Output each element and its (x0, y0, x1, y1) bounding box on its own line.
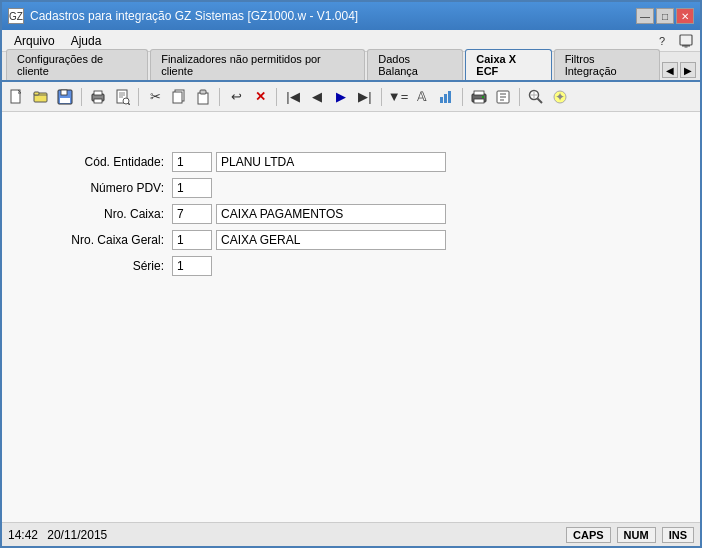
preview-button[interactable] (111, 86, 133, 108)
save-button[interactable] (54, 86, 76, 108)
prev-button[interactable]: ◀ (306, 86, 328, 108)
input-nro-caixa-text[interactable] (216, 204, 446, 224)
caps-badge: CAPS (566, 527, 611, 543)
ins-badge: INS (662, 527, 694, 543)
first-button[interactable]: |◀ (282, 86, 304, 108)
input-numero-pdv[interactable] (172, 178, 212, 198)
status-badges: CAPS NUM INS (566, 527, 694, 543)
tab-finalizadores[interactable]: Finalizadores não permitidos por cliente (150, 49, 365, 80)
num-badge: NUM (617, 527, 656, 543)
label-serie: Série: (42, 259, 172, 273)
svg-rect-22 (440, 97, 443, 103)
close-button[interactable]: ✕ (676, 8, 694, 24)
label-numero-pdv: Número PDV: (42, 181, 172, 195)
filter3-button[interactable] (435, 86, 457, 108)
help3-button[interactable]: ✦ (549, 86, 571, 108)
form-row-numero-pdv: Número PDV: (42, 178, 660, 198)
filter1-button[interactable]: ▼= (387, 86, 409, 108)
sep3 (219, 88, 220, 106)
svg-rect-24 (448, 91, 451, 103)
tab-dados-balanca[interactable]: Dados Balança (367, 49, 463, 80)
form-section: Cód. Entidade: Número PDV: Nro. Caixa: N… (42, 152, 660, 276)
maximize-button[interactable]: □ (656, 8, 674, 24)
svg-rect-26 (474, 91, 484, 95)
main-window: GZ Cadastros para integração GZ Sistemas… (0, 0, 702, 548)
next-button[interactable]: ▶ (330, 86, 352, 108)
input-nro-caixa-geral-num[interactable] (172, 230, 212, 250)
help-info-icon[interactable] (676, 32, 696, 50)
title-bar: GZ Cadastros para integração GZ Sistemas… (2, 2, 700, 30)
svg-line-31 (538, 98, 543, 103)
tab-scroll-left[interactable]: ◀ (662, 62, 678, 78)
open-button[interactable] (30, 86, 52, 108)
svg-rect-19 (173, 92, 182, 103)
title-controls: — □ ✕ (636, 8, 694, 24)
tab-caixa-ecf[interactable]: Caixa X ECF (465, 49, 551, 80)
sep1 (81, 88, 82, 106)
svg-point-28 (482, 96, 484, 98)
label-cod-entidade: Cód. Entidade: (42, 155, 172, 169)
svg-rect-27 (474, 99, 484, 103)
status-time: 14:42 20/11/2015 (8, 528, 107, 542)
window-title: Cadastros para integração GZ Sistemas [G… (30, 9, 358, 23)
help-question-icon[interactable]: ? (652, 32, 672, 50)
print2-button[interactable] (468, 86, 490, 108)
tab-scroll-right[interactable]: ▶ (680, 62, 696, 78)
last-button[interactable]: ▶| (354, 86, 376, 108)
svg-rect-8 (60, 98, 70, 103)
status-bar: 14:42 20/11/2015 CAPS NUM INS (2, 522, 700, 546)
tab-scroll: ◀ ▶ (662, 62, 696, 80)
svg-rect-23 (444, 94, 447, 103)
minimize-button[interactable]: — (636, 8, 654, 24)
svg-rect-1 (682, 45, 690, 47)
menu-ajuda[interactable]: Ajuda (63, 32, 110, 50)
new-button[interactable] (6, 86, 28, 108)
input-nro-caixa-geral-text[interactable] (216, 230, 446, 250)
help-icons: ? (652, 32, 696, 50)
title-bar-left: GZ Cadastros para integração GZ Sistemas… (8, 8, 358, 24)
input-cod-entidade-text[interactable] (216, 152, 446, 172)
paste-button[interactable] (192, 86, 214, 108)
sep6 (462, 88, 463, 106)
form-row-nro-caixa-geral: Nro. Caixa Geral: (42, 230, 660, 250)
svg-rect-7 (61, 90, 67, 95)
export-button[interactable] (492, 86, 514, 108)
undo-button[interactable]: ↩ (225, 86, 247, 108)
tabs-bar: Configurações de cliente Finalizadores n… (2, 52, 700, 82)
svg-rect-5 (34, 92, 39, 95)
input-cod-entidade-num[interactable] (172, 152, 212, 172)
cut-button[interactable]: ✂ (144, 86, 166, 108)
form-row-serie: Série: (42, 256, 660, 276)
main-content: Cód. Entidade: Número PDV: Nro. Caixa: N… (2, 112, 700, 522)
form-row-cod-entidade: Cód. Entidade: (42, 152, 660, 172)
app-icon: GZ (8, 8, 24, 24)
input-nro-caixa-num[interactable] (172, 204, 212, 224)
search-button[interactable] (525, 86, 547, 108)
svg-rect-10 (94, 91, 102, 95)
copy-button[interactable] (168, 86, 190, 108)
delete-button[interactable]: ✕ (249, 86, 271, 108)
input-serie[interactable] (172, 256, 212, 276)
svg-rect-0 (680, 35, 692, 45)
tab-configuracoes[interactable]: Configurações de cliente (6, 49, 148, 80)
svg-rect-20 (198, 93, 208, 104)
toolbar: ✂ ↩ ✕ |◀ ◀ ▶ ▶| ▼= 𝔸 ✦ (2, 82, 700, 112)
svg-rect-11 (94, 99, 102, 103)
form-row-nro-caixa: Nro. Caixa: (42, 204, 660, 224)
label-nro-caixa: Nro. Caixa: (42, 207, 172, 221)
sep7 (519, 88, 520, 106)
filter2-button[interactable]: 𝔸 (411, 86, 433, 108)
svg-rect-2 (685, 46, 688, 47)
sep2 (138, 88, 139, 106)
svg-rect-21 (200, 90, 206, 94)
label-nro-caixa-geral: Nro. Caixa Geral: (42, 233, 172, 247)
sep5 (381, 88, 382, 106)
svg-line-17 (128, 103, 130, 105)
svg-text:✦: ✦ (555, 90, 565, 104)
tab-filtros[interactable]: Filtros Integração (554, 49, 660, 80)
menu-arquivo[interactable]: Arquivo (6, 32, 63, 50)
sep4 (276, 88, 277, 106)
print-button[interactable] (87, 86, 109, 108)
